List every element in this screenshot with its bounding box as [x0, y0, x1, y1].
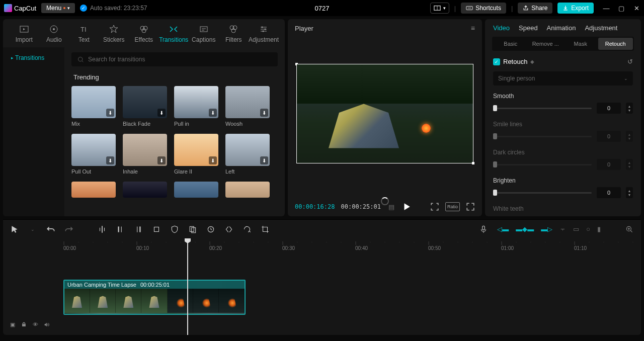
track-toggle-icon[interactable]: ▣	[10, 321, 15, 328]
tab-import[interactable]: Import	[9, 22, 39, 45]
transition-thumb[interactable]: ⬇	[225, 86, 270, 118]
minimize-button[interactable]: —	[603, 5, 610, 12]
speaker-icon[interactable]: 🔊︎	[44, 321, 50, 328]
download-icon[interactable]: ⬇	[106, 156, 114, 164]
download-icon[interactable]: ⬇	[209, 109, 217, 117]
download-icon[interactable]: ⬇	[157, 156, 166, 164]
download-icon[interactable]: ⬇	[106, 109, 114, 117]
trim-left-tool[interactable]	[116, 225, 125, 234]
ruler-mark[interactable]: 00:30	[282, 240, 295, 251]
transition-thumb[interactable]: ⬇	[123, 134, 167, 166]
maximize-button[interactable]: ▢	[618, 5, 625, 12]
transition-thumb[interactable]	[174, 182, 218, 198]
zoom-slider[interactable]: ▮	[597, 225, 601, 233]
zoom-out[interactable]: ○	[586, 225, 590, 233]
download-icon[interactable]: ⬇	[157, 109, 166, 117]
slider-value[interactable]: 0	[597, 103, 621, 114]
tab-filters[interactable]: Filters	[219, 22, 249, 45]
rotate-tool[interactable]	[243, 225, 252, 234]
transition-thumb[interactable]: ⬇	[225, 134, 270, 166]
reverse-tool[interactable]	[206, 225, 215, 234]
search-input[interactable]: Search for transitions	[71, 52, 278, 66]
download-icon[interactable]: ⬇	[260, 109, 268, 117]
transition-thumb[interactable]: ⬇	[174, 86, 218, 118]
subnav-transitions[interactable]: Transitions	[7, 51, 60, 64]
transition-thumb[interactable]: ⬇	[71, 134, 116, 166]
fullscreen-icon[interactable]	[466, 202, 475, 211]
rtab-speed[interactable]: Speed	[519, 24, 538, 32]
rtab-video[interactable]: Video	[493, 24, 510, 32]
zoom-fit[interactable]	[625, 225, 634, 234]
play-button[interactable]	[402, 202, 411, 211]
slider-stepper[interactable]: ▲▼	[626, 187, 633, 198]
trim-right-tool[interactable]	[134, 225, 143, 234]
tab-adjustment[interactable]: Adjustment	[249, 22, 279, 45]
export-button[interactable]: Export	[557, 3, 594, 14]
ruler-mark[interactable]: 00:00	[63, 240, 76, 251]
shortcuts-button[interactable]: Shortcuts	[461, 3, 506, 14]
pill-remove[interactable]: Remove ...	[528, 38, 564, 50]
mic-icon[interactable]	[479, 225, 488, 234]
aspect-button[interactable]: ▾	[430, 3, 449, 14]
split-tool[interactable]	[98, 225, 107, 234]
reset-icon[interactable]: ↺	[627, 58, 633, 65]
pointer-dropdown[interactable]: ⌄	[28, 225, 37, 234]
tab-transitions[interactable]: Transitions	[159, 22, 189, 45]
mirror-tool[interactable]	[224, 225, 233, 234]
pointer-tool[interactable]	[10, 225, 19, 234]
list-icon[interactable]: ▤	[387, 202, 396, 211]
undo-button[interactable]	[46, 225, 55, 234]
redo-button[interactable]	[64, 225, 73, 234]
shield-tool[interactable]	[170, 225, 179, 234]
ruler-mark[interactable]: 01:10	[574, 240, 587, 251]
transition-thumb[interactable]: ⬇	[174, 134, 218, 166]
pill-mask[interactable]: Mask	[563, 38, 598, 50]
crop2-tool[interactable]	[261, 225, 270, 234]
ruler-mark[interactable]: 01:00	[501, 240, 514, 251]
ruler-mark[interactable]: 00:20	[209, 240, 222, 251]
person-dropdown[interactable]: Single person⌄	[493, 71, 633, 86]
duplicate-tool[interactable]	[188, 225, 197, 234]
tab-effects[interactable]: Effects	[129, 22, 159, 45]
scan-icon[interactable]	[430, 202, 439, 211]
pill-retouch[interactable]: Retouch	[598, 38, 633, 50]
preview-canvas[interactable]	[295, 37, 475, 190]
pill-basic[interactable]: Basic	[493, 38, 528, 50]
transition-thumb[interactable]	[123, 182, 167, 198]
lock-icon[interactable]: 🔒︎	[21, 321, 27, 328]
ruler-mark[interactable]: 00:50	[428, 240, 441, 251]
transition-thumb[interactable]	[71, 182, 116, 198]
tab-captions[interactable]: Captions	[189, 22, 219, 45]
rtab-animation[interactable]: Animation	[547, 24, 576, 32]
close-button[interactable]: ✕	[633, 5, 640, 12]
snap-right[interactable]: ▬▷	[541, 225, 552, 233]
slider-track[interactable]	[493, 108, 592, 109]
playhead[interactable]	[187, 238, 188, 335]
slider-stepper[interactable]: ▲▼	[626, 103, 633, 114]
clip[interactable]: Urban Camping Time Lapse 00:00:25:01	[63, 280, 246, 315]
align-tool[interactable]: ⫟	[559, 225, 566, 233]
ruler-mark[interactable]: 00:40	[355, 240, 368, 251]
transition-thumb[interactable]: ⬇	[123, 86, 167, 118]
menu-button[interactable]: Menu	[41, 3, 75, 13]
ruler-mark[interactable]: 00:10	[136, 240, 149, 251]
player-menu-icon[interactable]: ≡	[471, 24, 475, 32]
transition-thumb[interactable]	[225, 182, 270, 198]
eye-icon[interactable]: 👁︎	[33, 321, 38, 328]
crop-tool[interactable]	[152, 225, 161, 234]
slider-track[interactable]	[493, 192, 592, 194]
slider-knob[interactable]	[493, 190, 497, 196]
download-icon[interactable]: ⬇	[260, 156, 268, 164]
tab-stickers[interactable]: Stickers	[99, 22, 129, 45]
slider-value[interactable]: 0	[597, 187, 621, 198]
tab-audio[interactable]: Audio	[39, 22, 69, 45]
tab-text[interactable]: TIText	[69, 22, 99, 45]
retouch-checkbox[interactable]: ✓	[493, 58, 500, 65]
transition-thumb[interactable]: ⬇	[71, 86, 116, 118]
snap-left[interactable]: ◁▬	[497, 225, 509, 233]
snap-center[interactable]: ▬◆▬	[516, 225, 534, 233]
marker-tool[interactable]: ▭	[573, 225, 579, 233]
ratio-button[interactable]: Ratio	[445, 202, 460, 211]
rtab-adjustment[interactable]: Adjustment	[585, 24, 617, 32]
share-button[interactable]: Share	[518, 3, 552, 14]
